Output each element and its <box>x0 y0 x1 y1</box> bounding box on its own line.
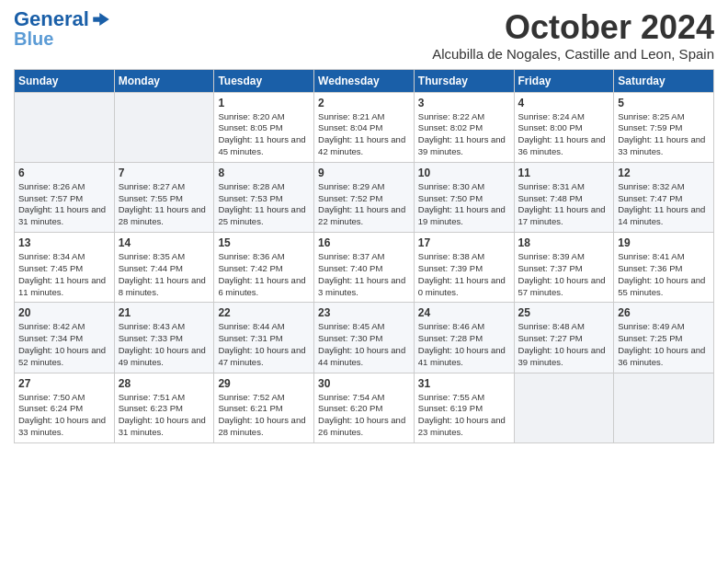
calendar-cell: 24Sunrise: 8:46 AM Sunset: 7:28 PM Dayli… <box>414 303 514 373</box>
day-number: 25 <box>518 306 610 319</box>
day-number: 9 <box>318 167 410 179</box>
day-info: Sunrise: 8:38 AM Sunset: 7:39 PM Dayligh… <box>418 251 510 298</box>
day-info: Sunrise: 7:54 AM Sunset: 6:20 PM Dayligh… <box>318 392 410 439</box>
calendar-cell: 21Sunrise: 8:43 AM Sunset: 7:33 PM Dayli… <box>114 303 214 373</box>
calendar-cell: 10Sunrise: 8:30 AM Sunset: 7:50 PM Dayli… <box>414 162 514 232</box>
day-info: Sunrise: 8:29 AM Sunset: 7:52 PM Dayligh… <box>318 181 410 228</box>
day-info: Sunrise: 8:41 AM Sunset: 7:36 PM Dayligh… <box>618 251 710 298</box>
day-info: Sunrise: 7:51 AM Sunset: 6:23 PM Dayligh… <box>119 392 210 439</box>
calendar-cell: 6Sunrise: 8:26 AM Sunset: 7:57 PM Daylig… <box>15 162 115 232</box>
day-number: 2 <box>318 97 410 109</box>
calendar-cell <box>15 92 115 162</box>
calendar-cell <box>614 373 714 442</box>
day-number: 28 <box>119 377 210 390</box>
day-info: Sunrise: 7:50 AM Sunset: 6:24 PM Dayligh… <box>18 392 110 439</box>
calendar-body: 1Sunrise: 8:20 AM Sunset: 8:05 PM Daylig… <box>15 92 714 442</box>
day-info: Sunrise: 7:55 AM Sunset: 6:19 PM Dayligh… <box>418 392 510 439</box>
day-number: 19 <box>618 236 710 249</box>
day-info: Sunrise: 8:49 AM Sunset: 7:25 PM Dayligh… <box>618 321 710 368</box>
calendar-cell: 7Sunrise: 8:27 AM Sunset: 7:55 PM Daylig… <box>114 162 214 232</box>
calendar-week-row: 1Sunrise: 8:20 AM Sunset: 8:05 PM Daylig… <box>15 92 714 162</box>
calendar-cell: 3Sunrise: 8:22 AM Sunset: 8:02 PM Daylig… <box>414 92 514 162</box>
day-number: 16 <box>318 236 410 249</box>
day-number: 20 <box>18 306 110 319</box>
calendar-cell: 13Sunrise: 8:34 AM Sunset: 7:45 PM Dayli… <box>15 233 115 303</box>
day-number: 1 <box>218 97 310 109</box>
day-number: 10 <box>418 167 510 179</box>
day-number: 4 <box>518 97 610 109</box>
day-info: Sunrise: 8:30 AM Sunset: 7:50 PM Dayligh… <box>418 181 510 228</box>
calendar-cell: 12Sunrise: 8:32 AM Sunset: 7:47 PM Dayli… <box>614 162 714 232</box>
logo-blue-text: Blue <box>14 29 53 49</box>
calendar-cell: 1Sunrise: 8:20 AM Sunset: 8:05 PM Daylig… <box>214 92 314 162</box>
calendar-cell <box>514 373 614 442</box>
weekday-header-thursday: Thursday <box>414 69 514 92</box>
day-info: Sunrise: 8:32 AM Sunset: 7:47 PM Dayligh… <box>618 181 710 228</box>
day-info: Sunrise: 8:20 AM Sunset: 8:05 PM Dayligh… <box>218 111 310 158</box>
calendar-table: SundayMondayTuesdayWednesdayThursdayFrid… <box>14 69 714 443</box>
calendar-cell: 28Sunrise: 7:51 AM Sunset: 6:23 PM Dayli… <box>114 373 214 442</box>
day-info: Sunrise: 8:21 AM Sunset: 8:04 PM Dayligh… <box>318 111 410 158</box>
calendar-cell: 19Sunrise: 8:41 AM Sunset: 7:36 PM Dayli… <box>614 233 714 303</box>
calendar-cell: 15Sunrise: 8:36 AM Sunset: 7:42 PM Dayli… <box>214 233 314 303</box>
day-info: Sunrise: 8:34 AM Sunset: 7:45 PM Dayligh… <box>18 251 110 298</box>
day-number: 8 <box>218 167 310 179</box>
day-info: Sunrise: 8:39 AM Sunset: 7:37 PM Dayligh… <box>518 251 610 298</box>
day-number: 21 <box>119 306 210 319</box>
day-number: 24 <box>418 306 510 319</box>
day-info: Sunrise: 8:48 AM Sunset: 7:27 PM Dayligh… <box>518 321 610 368</box>
calendar-header: SundayMondayTuesdayWednesdayThursdayFrid… <box>15 69 714 92</box>
day-info: Sunrise: 8:42 AM Sunset: 7:34 PM Dayligh… <box>18 321 110 368</box>
day-number: 14 <box>119 236 210 249</box>
calendar-cell: 22Sunrise: 8:44 AM Sunset: 7:31 PM Dayli… <box>214 303 314 373</box>
calendar-cell: 5Sunrise: 8:25 AM Sunset: 7:59 PM Daylig… <box>614 92 714 162</box>
calendar-cell: 8Sunrise: 8:28 AM Sunset: 7:53 PM Daylig… <box>214 162 314 232</box>
day-number: 6 <box>18 167 110 179</box>
day-info: Sunrise: 8:25 AM Sunset: 7:59 PM Dayligh… <box>618 111 710 158</box>
calendar-cell: 17Sunrise: 8:38 AM Sunset: 7:39 PM Dayli… <box>414 233 514 303</box>
weekday-header-monday: Monday <box>114 69 214 92</box>
day-number: 13 <box>18 236 110 249</box>
day-number: 23 <box>318 306 410 319</box>
day-info: Sunrise: 8:28 AM Sunset: 7:53 PM Dayligh… <box>218 181 310 228</box>
calendar-cell: 2Sunrise: 8:21 AM Sunset: 8:04 PM Daylig… <box>314 92 415 162</box>
calendar-cell: 23Sunrise: 8:45 AM Sunset: 7:30 PM Dayli… <box>314 303 415 373</box>
calendar-week-row: 6Sunrise: 8:26 AM Sunset: 7:57 PM Daylig… <box>15 162 714 232</box>
title-block: October 2024 Alcubilla de Nogales, Casti… <box>432 9 714 62</box>
weekday-header-tuesday: Tuesday <box>214 69 314 92</box>
day-number: 22 <box>218 306 310 319</box>
weekday-header-wednesday: Wednesday <box>314 69 415 92</box>
day-info: Sunrise: 8:22 AM Sunset: 8:02 PM Dayligh… <box>418 111 510 158</box>
day-number: 26 <box>618 306 710 319</box>
day-number: 30 <box>318 377 410 390</box>
weekday-header-friday: Friday <box>514 69 614 92</box>
weekday-header-saturday: Saturday <box>614 69 714 92</box>
day-number: 15 <box>218 236 310 249</box>
day-info: Sunrise: 8:35 AM Sunset: 7:44 PM Dayligh… <box>119 251 210 298</box>
weekday-header-sunday: Sunday <box>15 69 115 92</box>
day-info: Sunrise: 8:31 AM Sunset: 7:48 PM Dayligh… <box>518 181 610 228</box>
logo-arrow-icon <box>93 13 109 26</box>
day-number: 31 <box>418 377 510 390</box>
day-number: 7 <box>119 167 210 179</box>
day-info: Sunrise: 8:26 AM Sunset: 7:57 PM Dayligh… <box>18 181 110 228</box>
svg-marker-0 <box>93 13 109 26</box>
day-number: 27 <box>18 377 110 390</box>
calendar-cell: 18Sunrise: 8:39 AM Sunset: 7:37 PM Dayli… <box>514 233 614 303</box>
logo-text: General <box>14 9 89 29</box>
day-info: Sunrise: 8:36 AM Sunset: 7:42 PM Dayligh… <box>218 251 310 298</box>
calendar-cell: 25Sunrise: 8:48 AM Sunset: 7:27 PM Dayli… <box>514 303 614 373</box>
calendar-cell: 11Sunrise: 8:31 AM Sunset: 7:48 PM Dayli… <box>514 162 614 232</box>
day-number: 12 <box>618 167 710 179</box>
calendar-cell: 30Sunrise: 7:54 AM Sunset: 6:20 PM Dayli… <box>314 373 415 442</box>
calendar-cell: 9Sunrise: 8:29 AM Sunset: 7:52 PM Daylig… <box>314 162 415 232</box>
day-number: 29 <box>218 377 310 390</box>
location-subtitle: Alcubilla de Nogales, Castille and Leon,… <box>432 46 714 62</box>
day-info: Sunrise: 8:45 AM Sunset: 7:30 PM Dayligh… <box>318 321 410 368</box>
calendar-cell <box>114 92 214 162</box>
calendar-cell: 20Sunrise: 8:42 AM Sunset: 7:34 PM Dayli… <box>15 303 115 373</box>
day-number: 17 <box>418 236 510 249</box>
calendar-cell: 29Sunrise: 7:52 AM Sunset: 6:21 PM Dayli… <box>214 373 314 442</box>
calendar-cell: 14Sunrise: 8:35 AM Sunset: 7:44 PM Dayli… <box>114 233 214 303</box>
day-info: Sunrise: 7:52 AM Sunset: 6:21 PM Dayligh… <box>218 392 310 439</box>
